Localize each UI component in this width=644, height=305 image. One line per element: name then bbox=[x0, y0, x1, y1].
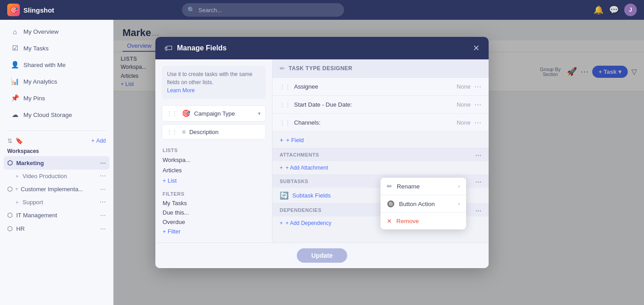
sidebar-item-shared-label: Shared with Me bbox=[23, 62, 66, 68]
modal-title: Manage Fields bbox=[177, 44, 468, 52]
filter-overdue[interactable]: Overdue bbox=[162, 217, 266, 227]
channels-more-icon[interactable]: ⋯ bbox=[474, 118, 481, 127]
modal-footer: Update bbox=[155, 242, 489, 268]
lists-section-label: LISTS bbox=[162, 148, 266, 155]
workspace-hr-more[interactable]: ⋯ bbox=[100, 225, 106, 232]
topnav-right: 🔔 💬 J bbox=[594, 4, 637, 16]
add-list-link[interactable]: + List bbox=[162, 175, 266, 186]
expand-icon: ▾ bbox=[258, 111, 261, 117]
sidebar-item-shared[interactable]: 👤 Shared with Me bbox=[4, 57, 109, 73]
field-item-label: Campaign Type bbox=[194, 110, 235, 117]
button-action-label: Button Action bbox=[399, 201, 435, 207]
add-icon: + bbox=[91, 138, 95, 144]
search-bar[interactable]: 🔍 bbox=[182, 3, 344, 17]
add-dependency-icon: + bbox=[280, 220, 283, 226]
app-name: Slingshot bbox=[23, 6, 54, 14]
field-item-campaign-type[interactable]: ⋮⋮ 🎯 Campaign Type ▾ bbox=[162, 105, 266, 121]
sort-icon[interactable]: ⇅ bbox=[7, 137, 13, 144]
add-field-icon: + bbox=[280, 136, 283, 144]
channels-label: Channels: bbox=[294, 119, 453, 126]
search-input[interactable] bbox=[199, 7, 339, 13]
attachments-more-icon[interactable]: ⋯ bbox=[475, 152, 482, 159]
logo-icon: 🎯 bbox=[7, 4, 20, 16]
context-menu-remove[interactable]: ✕ Remove bbox=[381, 213, 466, 229]
add-attachment-icon: + bbox=[280, 165, 283, 171]
sidebar-item-pins-label: My Pins bbox=[23, 95, 45, 102]
manage-fields-icon: 🏷 bbox=[164, 44, 172, 53]
workspace-support-more[interactable]: ⋯ bbox=[100, 198, 106, 206]
start-due-date-more-icon[interactable]: ⋯ bbox=[474, 100, 481, 109]
sidebar-divider bbox=[7, 130, 106, 131]
bookmark-icon[interactable]: 🔖 bbox=[15, 137, 23, 144]
notifications-icon[interactable]: 🔔 bbox=[594, 5, 603, 15]
workspace-marketing-more[interactable]: ⋯ bbox=[100, 160, 106, 166]
workspace-support[interactable]: ▸ Support ⋯ bbox=[0, 196, 113, 208]
workspace-it-management[interactable]: ⬡ IT Management ⋯ bbox=[0, 208, 113, 222]
workspaces-label: Workspaces bbox=[0, 147, 113, 156]
drag-handle-icon-2: ⋮⋮ bbox=[167, 129, 177, 135]
articles-list[interactable]: Articles bbox=[162, 165, 266, 175]
start-due-date-value: None bbox=[457, 101, 471, 108]
assignee-label: Assignee bbox=[294, 83, 453, 90]
workspace-it-icon: ⬡ bbox=[7, 211, 13, 219]
overview-icon: ⌂ bbox=[11, 28, 19, 36]
workspace-hr-icon: ⬡ bbox=[7, 225, 13, 232]
shared-icon: 👤 bbox=[11, 61, 19, 69]
dependencies-more-icon[interactable]: ⋯ bbox=[475, 207, 482, 215]
rename-icon: ✏ bbox=[387, 183, 392, 190]
add-workspace-btn[interactable]: + Add bbox=[91, 138, 106, 144]
info-text: Use it to create tasks with the same fie… bbox=[167, 71, 252, 85]
sidebar: ⌂ My Overview ☑ My Tasks 👤 Shared with M… bbox=[0, 20, 113, 305]
app-logo[interactable]: 🎯 Slingshot bbox=[7, 4, 54, 16]
filter-due-this[interactable]: Due this... bbox=[162, 208, 266, 217]
learn-more-link[interactable]: Learn More bbox=[167, 87, 195, 94]
topnav: 🎯 Slingshot 🔍 🔔 💬 J bbox=[0, 0, 644, 20]
update-button[interactable]: Update bbox=[297, 248, 347, 263]
sidebar-item-tasks[interactable]: ☑ My Tasks bbox=[4, 40, 109, 56]
assignee-more-icon[interactable]: ⋯ bbox=[474, 82, 481, 91]
field-row-start-due-date: ⋮⋮ Start Date - Due Date: None ⋯ bbox=[272, 96, 489, 114]
workspace-list[interactable]: Workspa... bbox=[162, 155, 266, 165]
rename-arrow-icon: › bbox=[458, 183, 460, 189]
description-icon: ≡ bbox=[182, 128, 186, 135]
sidebar-item-overview-label: My Overview bbox=[23, 28, 59, 35]
context-menu-rename[interactable]: ✏ Rename › bbox=[381, 178, 466, 195]
modal-close-button[interactable]: ✕ bbox=[473, 43, 480, 53]
filters-section-label: FILTERS bbox=[162, 191, 266, 198]
workspace-marketing[interactable]: ⬡ Marketing ⋯ bbox=[4, 156, 109, 170]
workspace-it-more[interactable]: ⋯ bbox=[100, 212, 106, 219]
sidebar-item-analytics[interactable]: 📊 My Analytics bbox=[4, 73, 109, 90]
add-attachment-button[interactable]: + + Add Attachment bbox=[272, 161, 489, 175]
rename-label: Rename bbox=[397, 183, 420, 190]
description-label: Description bbox=[189, 129, 218, 135]
workspace-video-icon: ▸ bbox=[16, 173, 19, 179]
workspace-customer-icon: ⬡ bbox=[7, 185, 13, 193]
modal-header: 🏷 Manage Fields ✕ bbox=[155, 37, 489, 59]
field-row-channels: ⋮⋮ Channels: None ⋯ bbox=[272, 114, 489, 132]
remove-label: Remove bbox=[396, 218, 419, 224]
sidebar-item-pins[interactable]: 📌 My Pins bbox=[4, 90, 109, 106]
workspace-customer-impl[interactable]: ⬡ ▾ Customer Implementa... ⋯ bbox=[0, 182, 113, 196]
attachments-section-header: ATTACHMENTS ⋯ bbox=[272, 148, 489, 161]
avatar[interactable]: J bbox=[624, 4, 637, 16]
add-filter-link[interactable]: + Filter bbox=[162, 227, 266, 236]
context-menu-button-action[interactable]: 🔘 Button Action › bbox=[381, 195, 466, 212]
drag-icon-3: ⋮⋮ bbox=[280, 120, 290, 126]
messages-icon[interactable]: 💬 bbox=[609, 5, 619, 15]
search-icon: 🔍 bbox=[187, 6, 195, 13]
field-item-description[interactable]: ⋮⋮ ≡ Description bbox=[162, 124, 266, 139]
context-menu: ✏ Rename › 🔘 Button Action › ✕ Remove bbox=[381, 178, 466, 229]
workspace-video-more[interactable]: ⋯ bbox=[100, 172, 106, 179]
workspace-video-production[interactable]: ▸ Video Production ⋯ bbox=[0, 170, 113, 182]
workspace-customer-more[interactable]: ⋯ bbox=[100, 186, 106, 193]
sidebar-item-cloud[interactable]: ☁ My Cloud Storage bbox=[4, 107, 109, 123]
field-row-assignee: ⋮⋮ Assignee None ⋯ bbox=[272, 78, 489, 96]
filter-my-tasks[interactable]: My Tasks bbox=[162, 198, 266, 208]
drag-handle-icon: ⋮⋮ bbox=[167, 110, 177, 117]
sidebar-item-overview[interactable]: ⌂ My Overview bbox=[4, 24, 109, 40]
add-field-button[interactable]: + + Field bbox=[272, 132, 489, 148]
channels-value: None bbox=[457, 119, 471, 126]
workspace-hr[interactable]: ⬡ HR ⋯ bbox=[0, 222, 113, 235]
workspace-support-icon: ▸ bbox=[16, 199, 19, 205]
subtasks-more-icon[interactable]: ⋯ bbox=[475, 179, 482, 186]
